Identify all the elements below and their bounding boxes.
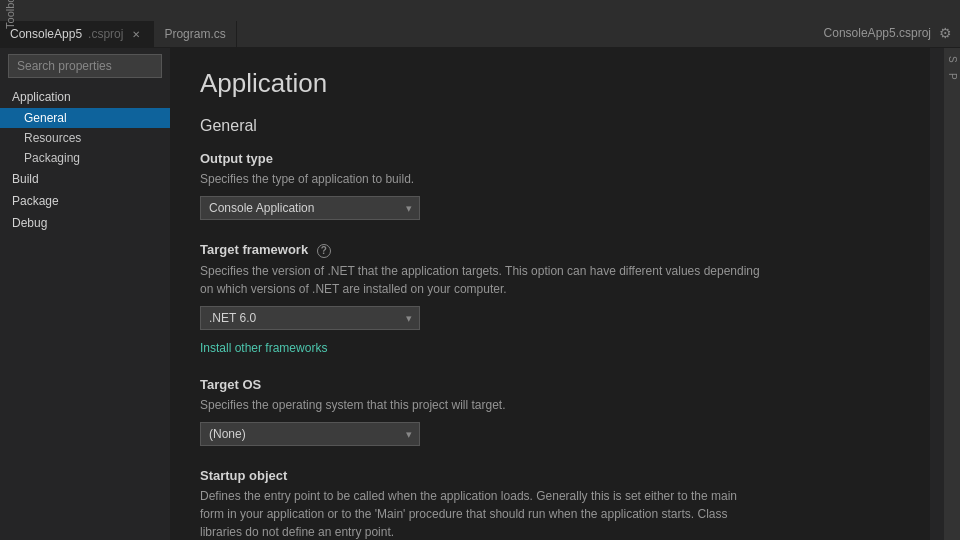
- tab-program-label: Program.cs: [164, 27, 225, 41]
- tab-csproj-close[interactable]: ✕: [129, 27, 143, 41]
- target-os-select-wrapper: (None) Windows Linux macOS: [200, 422, 420, 446]
- tab-csproj-label: ConsoleApp5: [10, 27, 82, 41]
- project-name-label: ConsoleApp5.csproj: [824, 26, 931, 40]
- target-framework-label: Target framework ?: [200, 242, 900, 258]
- sidebar-item-debug[interactable]: Debug: [0, 212, 170, 234]
- sidebar-item-general[interactable]: General: [0, 108, 170, 128]
- tab-csproj-ext: .csproj: [88, 27, 123, 41]
- toolbar: Toolbox: [0, 0, 960, 20]
- output-type-label: Output type: [200, 151, 900, 166]
- startup-object-desc: Defines the entry point to be called whe…: [200, 487, 760, 540]
- tab-program[interactable]: Program.cs: [154, 21, 236, 47]
- content-panel: Application General Output type Specifie…: [170, 48, 930, 540]
- field-startup-object: Startup object Defines the entry point t…: [200, 468, 900, 540]
- tab-csproj[interactable]: ConsoleApp5 .csproj ✕: [0, 21, 154, 47]
- right-scrollbar-panel: [930, 48, 944, 540]
- field-target-framework: Target framework ? Specifies the version…: [200, 242, 900, 355]
- sidebar-item-resources[interactable]: Resources: [0, 128, 170, 148]
- output-type-desc: Specifies the type of application to bui…: [200, 170, 760, 188]
- target-os-select[interactable]: (None) Windows Linux macOS: [200, 422, 420, 446]
- tab-bar: ConsoleApp5 .csproj ✕ Program.cs Console…: [0, 20, 960, 48]
- target-os-desc: Specifies the operating system that this…: [200, 396, 760, 414]
- target-os-label: Target OS: [200, 377, 900, 392]
- nav-section: Application General Resources Packaging …: [0, 84, 170, 236]
- toolbox-label: Toolbox: [4, 0, 16, 29]
- section-title: General: [200, 117, 900, 135]
- startup-object-label: Startup object: [200, 468, 900, 483]
- sidebar-item-build[interactable]: Build: [0, 168, 170, 190]
- search-input[interactable]: [8, 54, 162, 78]
- header-right: ConsoleApp5.csproj ⚙: [824, 19, 960, 47]
- main-area: Application General Resources Packaging …: [0, 48, 960, 540]
- target-framework-info-icon: ?: [317, 244, 331, 258]
- far-right-label-s[interactable]: S: [947, 52, 958, 67]
- page-title: Application: [200, 68, 900, 99]
- target-framework-select-wrapper: .NET 6.0 .NET 5.0 .NET Core 3.1: [200, 306, 420, 330]
- output-type-select[interactable]: Console Application Windows Application …: [200, 196, 420, 220]
- sidebar-item-package[interactable]: Package: [0, 190, 170, 212]
- target-framework-select[interactable]: .NET 6.0 .NET 5.0 .NET Core 3.1: [200, 306, 420, 330]
- sidebar: Application General Resources Packaging …: [0, 48, 170, 540]
- field-output-type: Output type Specifies the type of applic…: [200, 151, 900, 220]
- install-frameworks-link[interactable]: Install other frameworks: [200, 341, 327, 355]
- field-target-os: Target OS Specifies the operating system…: [200, 377, 900, 446]
- sidebar-item-packaging[interactable]: Packaging: [0, 148, 170, 168]
- output-type-select-wrapper: Console Application Windows Application …: [200, 196, 420, 220]
- far-right-label-p[interactable]: P: [947, 69, 958, 84]
- settings-icon[interactable]: ⚙: [935, 23, 956, 43]
- sidebar-item-application[interactable]: Application: [0, 86, 170, 108]
- target-framework-desc: Specifies the version of .NET that the a…: [200, 262, 760, 298]
- far-right-panel: S P: [944, 48, 960, 540]
